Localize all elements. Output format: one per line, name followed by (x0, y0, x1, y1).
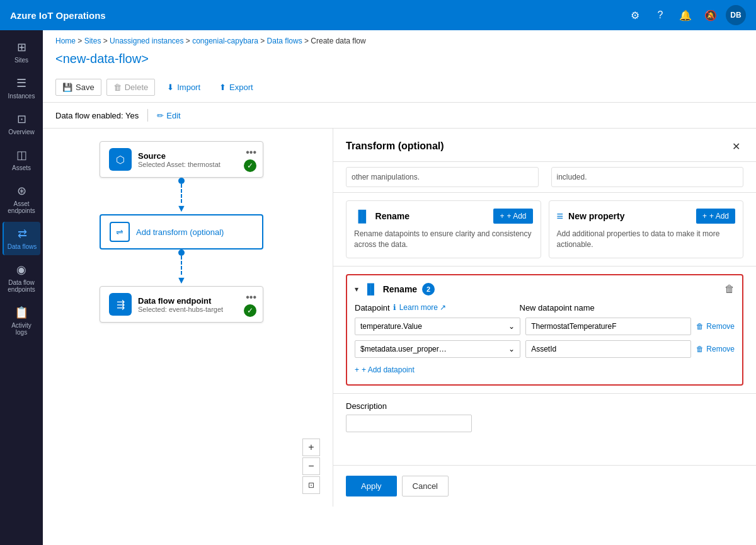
panel-title: Transform (optional) (346, 141, 444, 152)
sidebar-item-asset-endpoints[interactable]: ⊛ Asset endpoints (3, 179, 40, 219)
help-icon[interactable]: ? (650, 5, 670, 25)
zoom-out-button[interactable]: − (302, 457, 320, 475)
source-node[interactable]: ⬡ Source Selected Asset: thermostat ••• … (100, 141, 263, 178)
rename-section-header: ▾ ▐▌ Rename 2 🗑 (355, 283, 735, 295)
breadcrumb-sites[interactable]: Sites (84, 37, 101, 45)
zoom-in-button[interactable]: + (302, 439, 320, 456)
new-property-card-title: New property (568, 211, 624, 221)
sidebar-item-activity-logs[interactable]: 📋 Activity logs (3, 301, 40, 341)
canvas-controls: + − ⊡ (302, 439, 320, 494)
sidebar: ⊞ Sites ☰ Instances ⊡ Overview ◫ Assets … (0, 30, 43, 545)
cards-scroll: other manipulations. included. ▐▌ (333, 162, 756, 440)
datapoint-2-value: $metadata.user_property.externa (360, 345, 449, 353)
learn-more-link[interactable]: Learn more ↗ (399, 303, 446, 312)
new-property-add-button[interactable]: + + Add (696, 209, 735, 224)
transform-node-icon: ⇌ (110, 222, 130, 242)
sidebar-item-label: Data flows (8, 243, 37, 250)
sidebar-item-data-flows[interactable]: ⇄ Data flows (3, 222, 40, 255)
cancel-button[interactable]: Cancel (402, 476, 449, 496)
rename-card: ▐▌ Rename + + Add Rename datapoints to e… (346, 200, 541, 258)
sidebar-item-assets[interactable]: ◫ Assets (3, 143, 40, 176)
sidebar-item-label: Assets (12, 164, 31, 171)
data-flow-bar: Data flow enabled: Yes ✏ Edit (43, 103, 756, 129)
breadcrumb-data-flows[interactable]: Data flows (267, 37, 302, 45)
source-node-title: Source (138, 151, 254, 161)
assets-icon: ◫ (16, 148, 27, 162)
datapoint-row-1: temperature.Value ⌄ 🗑 Remove (355, 318, 735, 335)
bell-icon[interactable]: 🔕 (701, 5, 721, 25)
source-node-check: ✓ (244, 159, 256, 172)
remove-2-button[interactable]: 🗑 Remove (696, 345, 735, 353)
breadcrumb-instance[interactable]: congenial-capybara (192, 37, 258, 45)
transform-node[interactable]: ⇌ Add transform (optional) (100, 214, 263, 250)
fit-view-button[interactable]: ⊡ (302, 476, 320, 494)
import-button[interactable]: ⬇ Import (160, 79, 207, 96)
delete-button[interactable]: 🗑 Delete (106, 79, 156, 96)
new-property-add-icon: + (702, 212, 707, 221)
close-button[interactable]: ✕ (728, 139, 743, 154)
instances-icon: ☰ (16, 76, 26, 90)
save-button[interactable]: 💾 Save (55, 79, 101, 96)
rename-section-title: Rename (383, 284, 417, 294)
new-property-card-desc: Add additional properties to data to mak… (557, 229, 736, 250)
datapoint-1-value: temperature.Value (360, 322, 422, 331)
endpoint-node-subtitle: Selected: event-hubs-target (138, 306, 254, 313)
add-datapoint-button[interactable]: + + Add datapoint (355, 363, 735, 377)
layout: ⊞ Sites ☰ Instances ⊡ Overview ◫ Assets … (0, 30, 756, 545)
edit-link[interactable]: ✏ Edit (157, 111, 180, 120)
remove-2-icon: 🗑 (696, 345, 704, 353)
data-flow-status: Data flow enabled: Yes (55, 111, 139, 120)
endpoint-node[interactable]: ⇶ Data flow endpoint Selected: event-hub… (100, 286, 263, 323)
apply-button[interactable]: Apply (346, 476, 397, 496)
datapoint-2-select[interactable]: $metadata.user_property.externa ⌄ (355, 340, 520, 358)
notification-icon[interactable]: 🔔 (675, 5, 696, 25)
rename-delete-button[interactable]: 🗑 (724, 284, 735, 295)
export-icon: ⬆ (219, 83, 226, 92)
description-input[interactable] (346, 415, 472, 432)
source-node-menu[interactable]: ••• (246, 147, 256, 158)
rename-card-header: ▐▌ Rename + + Add (354, 209, 533, 224)
description-label: Description (346, 401, 743, 411)
data-flow-endpoints-icon: ◉ (16, 263, 26, 277)
rename-chevron-icon[interactable]: ▾ (355, 285, 358, 294)
new-name-2-input[interactable] (525, 340, 691, 358)
sidebar-item-data-flow-endpoints[interactable]: ◉ Data flow endpoints (3, 258, 40, 298)
add-datapoint-icon: + (355, 365, 359, 374)
datapoint-column-label: Datapoint (355, 303, 390, 313)
overview-icon: ⊡ (17, 112, 26, 126)
description-section: Description (333, 393, 756, 440)
panel-header: Transform (optional) ✕ (333, 129, 756, 162)
new-name-1-input[interactable] (525, 318, 691, 335)
endpoint-node-menu[interactable]: ••• (246, 292, 256, 303)
sidebar-item-label: Activity logs (5, 322, 38, 336)
source-node-icon: ⬡ (109, 148, 132, 171)
external-link-icon: ↗ (440, 303, 446, 312)
remove-1-icon: 🗑 (696, 322, 704, 331)
remove-1-button[interactable]: 🗑 Remove (696, 322, 735, 331)
activity-logs-icon: 📋 (14, 306, 28, 319)
new-dp-column-label: New datapoint name (520, 303, 685, 313)
sidebar-item-sites[interactable]: ⊞ Sites (3, 35, 40, 69)
import-icon: ⬇ (167, 83, 174, 92)
toolbar: 💾 Save 🗑 Delete ⬇ Import ⬆ Export (43, 72, 756, 103)
rename-add-button[interactable]: + + Add (493, 209, 532, 224)
rename-card-icon: ▐▌ (354, 210, 370, 223)
connector-1: ▼ (100, 178, 263, 214)
rename-card-desc: Rename datapoints to ensure clarity and … (354, 229, 533, 250)
breadcrumb-home[interactable]: Home (55, 37, 76, 45)
breadcrumb-unassigned[interactable]: Unassigned instances (110, 37, 183, 45)
page-title: <new-data-flow> (43, 49, 756, 72)
app-title: Azure IoT Operations (10, 10, 106, 21)
export-button[interactable]: ⬆ Export (212, 79, 260, 96)
canvas-container: ⬡ Source Selected Asset: thermostat ••• … (43, 129, 756, 507)
datapoint-1-select[interactable]: temperature.Value ⌄ (355, 318, 520, 335)
transform-node-label: Add transform (optional) (136, 227, 224, 237)
cards-row: ▐▌ Rename + + Add Rename datapoints to e… (333, 193, 756, 267)
sidebar-item-label: Overview (8, 129, 35, 135)
data-flows-icon: ⇄ (18, 227, 27, 241)
sidebar-item-overview[interactable]: ⊡ Overview (3, 107, 40, 141)
avatar[interactable]: DB (726, 5, 746, 25)
nav-icons: ⚙ ? 🔔 🔕 DB (625, 5, 746, 25)
settings-icon[interactable]: ⚙ (625, 5, 645, 25)
sidebar-item-instances[interactable]: ☰ Instances (3, 71, 40, 105)
